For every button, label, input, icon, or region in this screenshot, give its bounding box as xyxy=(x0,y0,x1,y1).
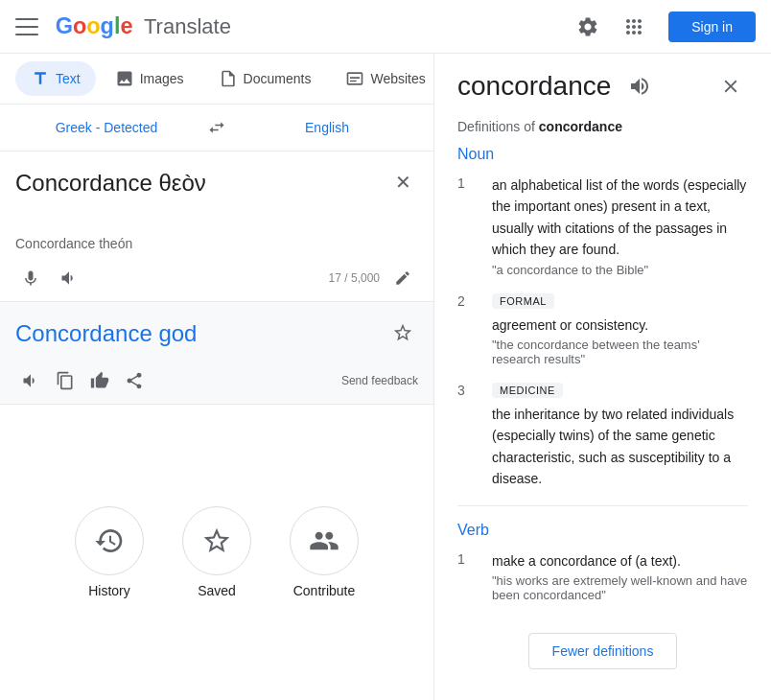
tab-text-label: Text xyxy=(56,71,81,86)
def-example-verb-1: "his works are extremely well-known and … xyxy=(492,573,748,602)
header-icons: Sign in xyxy=(569,8,756,46)
website-tab-icon xyxy=(345,69,364,88)
def-number-1: 1 xyxy=(457,175,477,191)
document-tab-icon xyxy=(219,69,238,88)
clear-source-button[interactable]: ✕ xyxy=(387,167,418,198)
def-text-verb-1: make a concordance of (a text). xyxy=(492,550,748,572)
romanized-text: Concordance theón xyxy=(0,232,433,255)
image-tab-icon xyxy=(115,69,134,88)
def-content-verb-1: make a concordance of (a text). "his wor… xyxy=(492,550,748,602)
source-language-button[interactable]: Greek - Detected xyxy=(15,108,198,147)
contribute-label: Contribute xyxy=(293,583,356,598)
def-content-2: FORMAL agreement or consistency. "the co… xyxy=(492,292,748,366)
tab-websites[interactable]: Websites xyxy=(330,61,440,96)
saved-label: Saved xyxy=(198,583,236,598)
source-audio-button[interactable] xyxy=(54,263,84,293)
tab-documents[interactable]: Documents xyxy=(203,61,327,96)
definition-noun-3: 3 MEDICINE the inheritance by two relate… xyxy=(457,382,748,490)
contribute-circle xyxy=(290,506,359,575)
copy-icon xyxy=(56,371,75,390)
char-count: 17 / 5,000 xyxy=(329,271,380,285)
def-content-3: MEDICINE the inheritance by two related … xyxy=(492,382,748,490)
close-icon xyxy=(720,76,741,97)
saved-item[interactable]: Saved xyxy=(182,506,251,598)
fewer-definitions-button[interactable]: Fewer definitions xyxy=(528,633,678,669)
def-number-verb-1: 1 xyxy=(457,551,477,567)
def-tag-formal: FORMAL xyxy=(492,293,554,309)
def-number-3: 3 xyxy=(457,383,477,398)
definition-verb-1: 1 make a concordance of (a text). "his w… xyxy=(457,550,748,602)
tab-images[interactable]: Images xyxy=(100,61,199,96)
text-tab-icon xyxy=(31,69,50,88)
gear-icon xyxy=(576,15,599,38)
tab-bar: Text Images Documents Websites xyxy=(0,54,433,105)
volume-up-icon xyxy=(21,371,40,390)
thumbs-up-button[interactable] xyxy=(84,365,115,396)
grid-icon xyxy=(622,15,645,38)
saved-circle xyxy=(182,506,251,575)
swap-icon xyxy=(207,118,226,137)
right-panel: concordance Definitions of concordance N… xyxy=(434,54,771,700)
saved-icon xyxy=(201,525,232,556)
copy-translation-button[interactable] xyxy=(50,365,81,396)
edit-button[interactable] xyxy=(387,263,418,293)
bottom-icons-row: History Saved Cont xyxy=(75,506,359,598)
svg-text:Google: Google xyxy=(56,13,133,38)
pencil-icon xyxy=(394,269,411,287)
noun-heading: Noun xyxy=(457,146,748,163)
target-language-button[interactable]: English xyxy=(236,108,418,147)
definition-noun-2: 2 FORMAL agreement or consistency. "the … xyxy=(457,292,748,366)
history-circle xyxy=(75,506,144,575)
history-label: History xyxy=(88,583,130,598)
def-example-1: "a concordance to the Bible" xyxy=(492,263,748,277)
contribute-item[interactable]: Contribute xyxy=(290,506,359,598)
bottom-section: History Saved Cont xyxy=(0,405,433,700)
tab-text[interactable]: Text xyxy=(15,61,96,96)
tab-websites-label: Websites xyxy=(370,71,425,86)
translation-controls: Send feedback xyxy=(0,358,433,405)
main-content: Text Images Documents Websites xyxy=(0,54,771,700)
close-panel-button[interactable] xyxy=(713,69,748,104)
volume-icon-right xyxy=(628,75,651,98)
word-audio-button[interactable] xyxy=(622,69,657,104)
save-translation-button[interactable] xyxy=(387,317,418,348)
left-panel: Text Images Documents Websites xyxy=(0,54,434,700)
apps-button[interactable] xyxy=(615,8,653,46)
share-icon xyxy=(125,371,144,390)
header: Google Translate Sign in xyxy=(0,0,771,54)
definition-noun-1: 1 an alphabetical list of the words (esp… xyxy=(457,175,748,277)
definitions-title: Definitions of concordance xyxy=(457,119,748,134)
settings-button[interactable] xyxy=(569,8,607,46)
def-example-2: "the concordance between the teams' rese… xyxy=(492,338,748,366)
history-icon xyxy=(94,525,125,556)
def-text-1: an alphabetical list of the words (espec… xyxy=(492,175,748,261)
sign-in-button[interactable]: Sign in xyxy=(668,12,756,42)
word-title: concordance xyxy=(457,71,611,102)
google-logo-svg: Google xyxy=(54,12,142,41)
hamburger-button[interactable] xyxy=(15,8,54,46)
verb-heading: Verb xyxy=(457,522,748,539)
mic-icon xyxy=(21,268,40,288)
swap-languages-button[interactable] xyxy=(198,108,236,147)
thumbs-up-icon xyxy=(90,371,109,390)
language-selector: Greek - Detected English xyxy=(0,105,433,152)
def-text-2: agreement or consistency. xyxy=(492,315,748,336)
translated-text: Concordance god xyxy=(15,317,418,350)
source-text: Concordance θεòν xyxy=(15,167,418,224)
translation-area: Concordance god xyxy=(0,301,433,358)
microphone-button[interactable] xyxy=(15,263,46,293)
history-item[interactable]: History xyxy=(75,506,144,598)
def-content-1: an alphabetical list of the words (espec… xyxy=(492,175,748,277)
share-button[interactable] xyxy=(119,365,150,396)
tab-images-label: Images xyxy=(140,71,184,86)
translation-audio-button[interactable] xyxy=(15,365,46,396)
source-controls: 17 / 5,000 xyxy=(0,255,433,301)
menu-icon xyxy=(15,15,38,38)
feedback-text[interactable]: Send feedback xyxy=(341,374,418,387)
star-icon xyxy=(392,322,413,343)
fewer-definitions-section: Fewer definitions xyxy=(457,618,748,685)
volume-icon xyxy=(59,268,79,288)
def-text-3: the inheritance by two related individua… xyxy=(492,404,748,490)
definitions-header: concordance xyxy=(457,69,748,104)
def-tag-medicine: MEDICINE xyxy=(492,383,563,398)
